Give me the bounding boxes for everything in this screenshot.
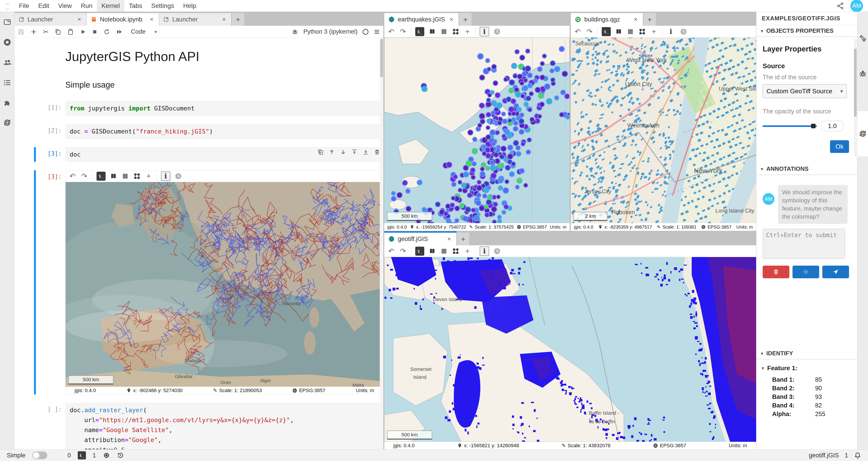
- restart-kernel-button[interactable]: [103, 29, 110, 35]
- identify-icon[interactable]: i: [161, 171, 170, 181]
- basemap-icon[interactable]: [110, 173, 117, 179]
- notebook-content[interactable]: JupyterGIS Python API Simple usage [1]: …: [14, 38, 383, 450]
- copy-cells-button[interactable]: [55, 29, 61, 35]
- paste-cells-button[interactable]: [67, 29, 74, 35]
- redo-icon[interactable]: ↷: [81, 172, 88, 180]
- identify-icon[interactable]: i: [480, 246, 489, 256]
- edit-geometry-icon[interactable]: [452, 28, 460, 35]
- undo-icon[interactable]: ↶: [388, 27, 395, 36]
- grid-icon[interactable]: [121, 173, 129, 179]
- menu-item-view[interactable]: View: [54, 0, 76, 11]
- code-editor[interactable]: doc.add_raster_layer( url="https://mt1.g…: [65, 403, 383, 450]
- notebook-scrollbar[interactable]: [380, 38, 383, 450]
- grid-icon[interactable]: [440, 248, 448, 255]
- gis-globe-icon[interactable]: [3, 118, 11, 127]
- menu-item-file[interactable]: File: [14, 0, 34, 11]
- temporal-clock-icon[interactable]: [175, 172, 182, 180]
- share-icon[interactable]: [836, 2, 844, 10]
- identify-header[interactable]: ▾IDENTIFY: [756, 348, 857, 359]
- close-icon[interactable]: ×: [448, 16, 455, 23]
- edit-geometry-icon[interactable]: [638, 28, 646, 35]
- menu-item-help[interactable]: Help: [179, 0, 201, 11]
- menu-item-kernel[interactable]: Kernel: [97, 0, 124, 11]
- run-all-button[interactable]: [116, 29, 123, 35]
- console-icon[interactable]: $_: [415, 27, 424, 36]
- code-editor[interactable]: doc = GISDocument("france_hiking.jGIS"): [65, 124, 383, 139]
- menu-item-edit[interactable]: Edit: [34, 0, 54, 11]
- menu-item-run[interactable]: Run: [76, 0, 97, 11]
- simple-mode-toggle[interactable]: [32, 452, 47, 459]
- close-icon[interactable]: ×: [632, 16, 639, 23]
- code-editor[interactable]: from jupytergis import GISDocument: [65, 101, 383, 116]
- redo-icon[interactable]: ↷: [399, 27, 407, 36]
- close-icon[interactable]: ×: [149, 16, 155, 23]
- delete-annotation-button[interactable]: [763, 266, 789, 278]
- new-tab-button[interactable]: +: [232, 13, 244, 26]
- basemap-icon[interactable]: [615, 28, 622, 35]
- close-icon[interactable]: ×: [446, 235, 452, 242]
- extensions-icon[interactable]: [3, 98, 11, 107]
- collaboration-icon[interactable]: [3, 58, 11, 67]
- kernel-usage-icon[interactable]: [103, 452, 110, 459]
- add-layer-icon[interactable]: +: [145, 172, 153, 180]
- insert-cell-below-icon[interactable]: [363, 149, 369, 155]
- tab-notebook[interactable]: Notebook.ipynb ×: [87, 13, 159, 26]
- undo-icon[interactable]: ↶: [69, 172, 76, 180]
- current-document-label[interactable]: geotiff.jGIS: [809, 452, 839, 459]
- new-tab-button[interactable]: +: [457, 233, 469, 245]
- code-cell-1[interactable]: [1]: from jupytergis import GISDocument: [14, 101, 383, 116]
- kernel-status-icon[interactable]: [363, 29, 368, 35]
- move-cell-down-icon[interactable]: [340, 149, 346, 155]
- source-select[interactable]: Custom GeoTiff Source▾: [763, 85, 847, 98]
- add-layer-icon[interactable]: +: [464, 246, 471, 256]
- tab-earthquakes[interactable]: earthquakes.jGIS ×: [384, 13, 459, 26]
- add-layer-icon[interactable]: +: [650, 27, 658, 36]
- terminal-icon[interactable]: $_: [78, 451, 86, 459]
- opacity-slider[interactable]: [763, 125, 817, 127]
- notebook-menu-icon[interactable]: [373, 29, 380, 35]
- insert-cell-button[interactable]: [30, 29, 37, 35]
- new-tab-button[interactable]: +: [644, 13, 656, 26]
- jgis-panel-active-tab[interactable]: [857, 111, 868, 156]
- history-icon[interactable]: [117, 452, 124, 459]
- table-of-contents-icon[interactable]: [3, 78, 11, 87]
- undo-icon[interactable]: ↶: [574, 27, 582, 36]
- buildings-map[interactable]: SecaucusWest New YorkUnion CityWeehawken…: [571, 37, 756, 223]
- debugger-icon[interactable]: [859, 70, 867, 78]
- tab-buildings[interactable]: buildings.qgz ×: [571, 13, 643, 26]
- feature-header[interactable]: ▾Feature 1:: [762, 365, 852, 372]
- run-cell-button[interactable]: [80, 29, 86, 35]
- identify-icon[interactable]: i: [666, 27, 676, 36]
- code-cell-3[interactable]: [3]: doc: [14, 147, 383, 162]
- tab-geotiff[interactable]: geotiff.jGIS ×: [384, 231, 457, 245]
- redo-icon[interactable]: ↷: [399, 247, 407, 256]
- markdown-cell-subtitle[interactable]: Simple usage: [14, 73, 383, 93]
- temporal-clock-icon[interactable]: [680, 28, 687, 35]
- cut-cells-button[interactable]: ✂: [43, 28, 49, 36]
- delete-cell-icon[interactable]: [374, 149, 380, 155]
- grid-icon[interactable]: [627, 28, 634, 35]
- undo-icon[interactable]: ↶: [388, 247, 395, 256]
- new-tab-button[interactable]: +: [459, 13, 471, 26]
- code-cell-2[interactable]: [2]: doc = GISDocument("france_hiking.jG…: [14, 124, 383, 139]
- insert-cell-above-icon[interactable]: [351, 149, 358, 155]
- console-icon[interactable]: $_: [96, 172, 105, 181]
- edit-geometry-icon[interactable]: [452, 248, 460, 255]
- menu-item-tabs[interactable]: Tabs: [124, 0, 147, 11]
- duplicate-cell-icon[interactable]: [317, 149, 324, 155]
- geotiff-map[interactable]: Devon IslandSomersetIslandBaffin Island …: [384, 257, 756, 442]
- basemap-icon[interactable]: [428, 28, 436, 35]
- markdown-cell-title[interactable]: JupyterGIS Python API: [14, 44, 383, 65]
- interrupt-kernel-button[interactable]: [92, 29, 97, 35]
- temporal-clock-icon[interactable]: [493, 28, 501, 35]
- edit-geometry-icon[interactable]: [133, 173, 141, 179]
- temporal-clock-icon[interactable]: [493, 248, 501, 255]
- panel-scrollbar[interactable]: [854, 39, 857, 156]
- tab-launcher-1[interactable]: Launcher ×: [14, 13, 87, 26]
- property-inspector-icon[interactable]: [859, 34, 867, 42]
- add-layer-icon[interactable]: +: [464, 27, 471, 36]
- move-cell-up-icon[interactable]: [329, 149, 335, 155]
- widget-output-cell[interactable]: [3]: ↶↷$_+i MarseilleMalagaGibraltarOran…: [14, 170, 383, 395]
- earthquakes-map[interactable]: 500 km: [384, 37, 569, 223]
- console-icon[interactable]: $_: [415, 246, 424, 256]
